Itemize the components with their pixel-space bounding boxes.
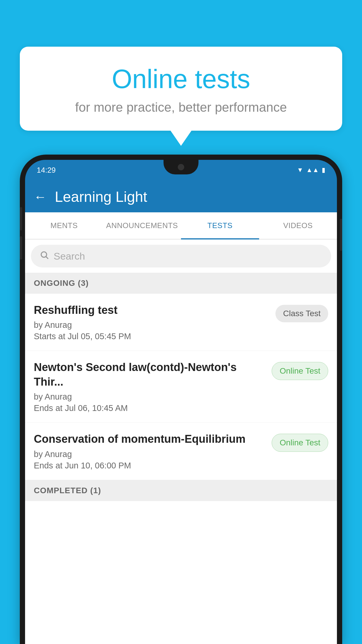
back-button[interactable]: ← (34, 190, 47, 203)
test-name-1: Reshuffling test (34, 303, 270, 317)
ongoing-section-header: ONGOING (3) (25, 273, 337, 294)
volume-up-button (20, 207, 22, 230)
volume-down-button (20, 236, 22, 260)
test-info-3: Conservation of momentum-Equilibrium by … (34, 432, 266, 470)
test-name-3: Conservation of momentum-Equilibrium (34, 432, 266, 446)
test-badge-1: Class Test (275, 305, 328, 322)
test-time-3: Ends at Jun 10, 06:00 PM (34, 461, 266, 470)
search-bar[interactable]: Search (31, 245, 331, 267)
battery-icon: ▮ (322, 166, 325, 174)
signal-icon: ▲▲ (306, 166, 319, 174)
test-time-1: Starts at Jul 05, 05:45 PM (34, 332, 270, 341)
wifi-icon: ▼ (297, 166, 303, 174)
tabs-bar: MENTS ANNOUNCEMENTS TESTS VIDEOS (25, 212, 337, 239)
bubble-subtitle: for more practice, better performance (37, 100, 325, 115)
phone-frame: 14:29 ▼ ▲▲ ▮ ← Learning Light MENTS ANNO… (20, 155, 342, 644)
test-item-newtons[interactable]: Newton's Second law(contd)-Newton's Thir… (25, 351, 337, 423)
status-bar: 14:29 ▼ ▲▲ ▮ (25, 160, 337, 180)
front-camera (178, 164, 184, 170)
tab-ments[interactable]: MENTS (25, 212, 103, 239)
phone-screen: ← Learning Light MENTS ANNOUNCEMENTS TES… (25, 180, 337, 644)
test-badge-2: Online Test (272, 362, 328, 380)
tab-videos[interactable]: VIDEOS (259, 212, 337, 239)
status-time: 14:29 (37, 166, 56, 175)
notch (164, 160, 198, 174)
search-container: Search (25, 239, 337, 273)
test-badge-3: Online Test (272, 434, 328, 452)
app-header: ← Learning Light (25, 180, 337, 212)
svg-point-0 (41, 252, 47, 257)
completed-section-header: COMPLETED (1) (25, 480, 337, 501)
test-item-conservation[interactable]: Conservation of momentum-Equilibrium by … (25, 423, 337, 480)
svg-line-1 (46, 257, 48, 259)
bubble-title: Online tests (37, 64, 325, 94)
test-list: Reshuffling test by Anurag Starts at Jul… (25, 294, 337, 644)
tab-tests[interactable]: TESTS (181, 212, 259, 239)
test-info-1: Reshuffling test by Anurag Starts at Jul… (34, 303, 270, 341)
test-name-2: Newton's Second law(contd)-Newton's Thir… (34, 360, 266, 389)
search-icon (40, 250, 49, 262)
test-by-3: by Anurag (34, 449, 266, 459)
speech-bubble: Online tests for more practice, better p… (20, 47, 342, 131)
test-item-reshuffling[interactable]: Reshuffling test by Anurag Starts at Jul… (25, 294, 337, 351)
test-info-2: Newton's Second law(contd)-Newton's Thir… (34, 360, 266, 413)
tab-announcements[interactable]: ANNOUNCEMENTS (103, 212, 181, 239)
power-button (340, 219, 342, 251)
search-placeholder: Search (54, 251, 85, 262)
app-title: Learning Light (55, 188, 147, 205)
status-icons: ▼ ▲▲ ▮ (297, 166, 325, 174)
test-by-2: by Anurag (34, 392, 266, 402)
test-time-2: Ends at Jul 06, 10:45 AM (34, 403, 266, 413)
test-by-1: by Anurag (34, 320, 270, 330)
